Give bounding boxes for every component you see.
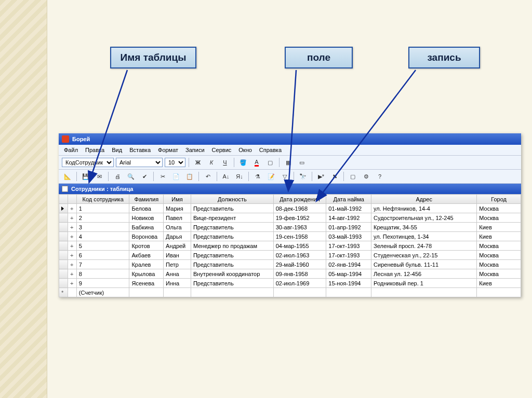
cell-pos[interactable]: Представитель [191,260,273,269]
bold-button[interactable]: Ж [192,157,204,168]
col-name[interactable]: Имя [164,195,191,204]
expand-button[interactable]: + [68,260,76,269]
cell-city[interactable]: Киев [477,279,521,288]
row-selector[interactable] [59,241,68,251]
copy-button[interactable]: 📄 [170,171,182,182]
new-object-button[interactable]: ⚙ [361,171,372,182]
cell-fam[interactable]: Крылова [129,269,164,279]
cell-city[interactable]: Киев [477,223,521,232]
row-selector[interactable] [59,213,68,223]
filter-form-button[interactable]: 📝 [265,171,277,182]
cell-id[interactable]: 3 [76,223,129,232]
cell-city[interactable]: Москва [477,269,521,279]
cell-hire[interactable]: 17-окт-1993 [326,241,371,251]
font-color-button[interactable]: A [251,157,262,168]
cell-name[interactable]: Инна [164,279,191,288]
cell-addr[interactable]: Крещатик, 34-55 [371,223,477,232]
data-grid[interactable]: Код сотрудника Фамилия Имя Должность Дат… [59,194,521,297]
cell-addr[interactable]: Лесная ул. 12-456 [371,269,477,279]
delete-record-button[interactable]: ✖ [329,171,340,182]
subwindow-titlebar[interactable]: Сотрудники : таблица [59,184,521,194]
cell-id[interactable]: 4 [76,232,129,241]
field-combo[interactable]: КодСотрудник [62,158,114,167]
cell-name[interactable]: Петр [164,260,191,269]
table-row[interactable]: +7КралевПетрПредставитель29-май-196002-я… [59,260,521,269]
new-record-selector[interactable]: * [59,288,68,297]
spell-button[interactable]: ✔ [139,171,150,182]
cut-button[interactable]: ✂ [157,171,168,182]
row-selector[interactable] [59,232,68,241]
cell-addr[interactable]: ул. Нефтяников, 14-4 [371,204,477,213]
preview-button[interactable]: 🔍 [125,171,137,182]
cell-dob[interactable]: 19-сен-1958 [273,232,326,241]
cell-id[interactable]: 6 [76,251,129,260]
col-addr[interactable]: Адрес [371,195,477,204]
cell-city[interactable]: Москва [477,260,521,269]
menu-edit[interactable]: Правка [85,147,104,153]
row-selector[interactable] [59,204,68,213]
cell-pos[interactable]: Представитель [191,251,273,260]
col-id[interactable]: Код сотрудника [76,195,129,204]
cell-addr[interactable]: Родниковый пер. 1 [371,279,477,288]
border-color-button[interactable]: ▢ [264,157,276,168]
cell-name[interactable]: Ольга [164,223,191,232]
cell-hire[interactable]: 01-май-1992 [326,204,371,213]
expand-button[interactable]: + [68,279,76,288]
table-row[interactable]: +1БеловаМарияПредставитель08-дек-196801-… [59,204,521,213]
cell-fam[interactable]: Кралев [129,260,164,269]
cell-addr[interactable]: Судостроительная ул., 12-245 [371,213,477,223]
mail-button[interactable]: ✉ [94,171,105,182]
col-hire[interactable]: Дата найма [326,195,371,204]
cell-addr[interactable]: Зеленый просп. 24-78 [371,241,477,251]
expand-button[interactable]: + [68,241,76,251]
expand-button[interactable]: + [68,251,76,260]
row-selector[interactable] [59,269,68,279]
cell-city[interactable]: Москва [477,241,521,251]
cell-id[interactable]: 5 [76,241,129,251]
cell-addr[interactable]: Студенческая ул., 22-15 [371,251,477,260]
new-record-row[interactable]: *(Счетчик) [59,288,521,297]
cell-addr[interactable]: ул. Пехотинцев, 1-34 [371,232,477,241]
cell-name[interactable]: Анна [164,269,191,279]
cell-city[interactable]: Москва [477,213,521,223]
print-button[interactable]: 🖨 [112,171,123,182]
cell-city[interactable]: Москва [477,204,521,213]
help-button[interactable]: ? [374,171,385,182]
cell-city[interactable]: Киев [477,232,521,241]
cell-hire[interactable]: 15-ноя-1994 [326,279,371,288]
paste-button[interactable]: 📋 [184,171,195,182]
cell-name[interactable]: Павел [164,213,191,223]
cell-fam[interactable]: Акбаев [129,251,164,260]
cell-counter[interactable]: (Счетчик) [76,288,129,297]
apply-filter-button[interactable]: ▽ [279,171,290,182]
cell-pos[interactable]: Менеджер по продажам [191,241,273,251]
expand-button[interactable]: + [68,204,76,213]
cell-pos[interactable]: Представитель [191,204,273,213]
cell-id[interactable]: 9 [76,279,129,288]
col-pos[interactable]: Должность [191,195,273,204]
undo-button[interactable]: ↶ [202,171,214,182]
cell-dob[interactable]: 04-мар-1955 [273,241,326,251]
cell-dob[interactable]: 09-янв-1958 [273,269,326,279]
expand-button[interactable]: + [68,269,76,279]
cell-name[interactable]: Дарья [164,232,191,241]
cell-dob[interactable]: 29-май-1960 [273,260,326,269]
find-button[interactable]: 🔭 [297,171,309,182]
cell-id[interactable]: 7 [76,260,129,269]
cell-hire[interactable]: 14-авг-1992 [326,213,371,223]
table-row[interactable]: +9ЯсеневаИннаПредставитель02-июл-196915-… [59,279,521,288]
cell-addr[interactable]: Сиреневый бульв. 11-11 [371,260,477,269]
col-fam[interactable]: Фамилия [129,195,164,204]
row-selector[interactable] [59,260,68,269]
menu-view[interactable]: Вид [112,147,122,153]
table-row[interactable]: +4ВороноваДарьяПредставитель19-сен-19580… [59,232,521,241]
cell-id[interactable]: 1 [76,204,129,213]
cell-fam[interactable]: Воронова [129,232,164,241]
cell-hire[interactable]: 02-янв-1994 [326,260,371,269]
cell-id[interactable]: 8 [76,269,129,279]
row-selector[interactable] [59,251,68,260]
cell-pos[interactable]: Вице-президент [191,213,273,223]
cell-pos[interactable]: Представитель [191,232,273,241]
menu-help[interactable]: Справка [259,147,282,153]
save-button[interactable]: 💾 [80,171,91,182]
